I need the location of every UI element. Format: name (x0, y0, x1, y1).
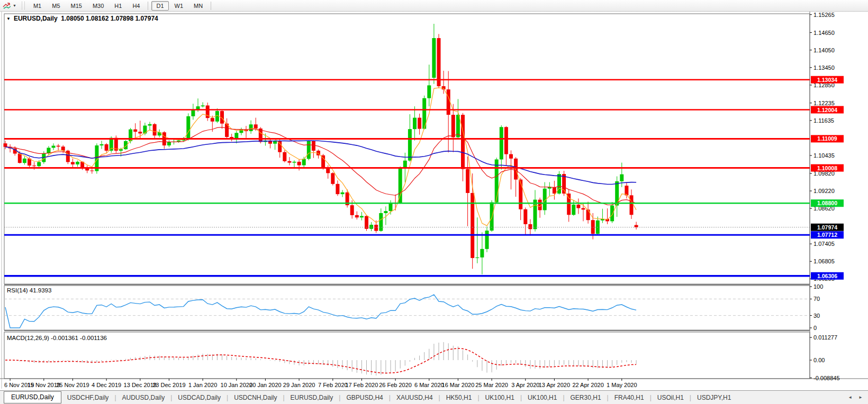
tab-scroll-arrows: ◄ ► (848, 395, 863, 400)
chart-tab-USDCHF-Daily[interactable]: USDCHF,Daily (61, 392, 115, 403)
timeframe-button-MN[interactable]: MN (189, 1, 207, 11)
candle-body (273, 141, 277, 144)
chart-tab-USDCAD-Daily[interactable]: USDCAD,Daily (172, 392, 227, 403)
chart-tab-FRA40-H1[interactable]: FRA40,H1 (609, 392, 650, 403)
time-axis[interactable]: 6 Nov 201915 Nov 201925 Nov 20194 Dec 20… (4, 379, 637, 388)
candle-body (100, 144, 104, 145)
candle-body (293, 162, 296, 163)
rsi-pane[interactable] (4, 286, 810, 330)
candle-body (427, 85, 431, 98)
candle-body (379, 213, 383, 231)
candle-body (287, 161, 291, 163)
price-chart-canvas[interactable]: 1.152651.146501.140501.134501.128501.122… (0, 12, 868, 390)
timeframe-button-H1[interactable]: H1 (110, 1, 126, 11)
timeframe-button-D1[interactable]: D1 (151, 1, 168, 11)
time-axis-label: 25 Nov 2019 (56, 382, 89, 388)
price-badge-label: 1.07974 (817, 224, 837, 231)
price-line-badge: 1.07974 (811, 224, 844, 231)
candle-body (234, 133, 238, 138)
chart-tab-HK50-H1[interactable]: HK50,H1 (440, 392, 478, 403)
candle-body (47, 148, 50, 153)
timeframe-button-W1[interactable]: W1 (170, 1, 188, 11)
chart-tab-USOil-H1[interactable]: USOil,H1 (652, 392, 690, 403)
chart-tab-USDJPY-H1[interactable]: USDJPY,H1 (691, 392, 737, 403)
candle-body (119, 149, 123, 151)
time-axis-label: 20 Jan 2020 (249, 382, 282, 388)
chart-title-symbol: EURUSD,Daily (14, 15, 58, 22)
chart-tab-GER30-H1[interactable]: GER30,H1 (565, 392, 607, 403)
chart-title-ohlc: 1.08050 1.08162 1.07898 1.07974 (61, 15, 158, 22)
tabs-scroll-left-icon[interactable]: ◄ (848, 395, 852, 400)
candle-body (635, 225, 638, 227)
candle-body (355, 215, 359, 217)
candle-body (534, 200, 537, 229)
chart-window[interactable]: 1.152651.146501.140501.134501.128501.122… (0, 12, 868, 390)
candle-body (466, 169, 469, 193)
tabs-scroll-right-icon[interactable]: ► (858, 395, 863, 400)
rsi-indicator-label: RSI(14) 41.9393 (7, 287, 51, 293)
price-badge-label: 1.07712 (817, 232, 837, 238)
candle-body (500, 127, 503, 159)
chart-tab-UK100-H1[interactable]: UK100,H1 (522, 392, 563, 403)
time-axis-label: 17 Feb 2020 (346, 382, 378, 388)
chart-tab-UK100-H1[interactable]: UK100,H1 (480, 392, 520, 403)
rsi-axis-label: 70 (813, 296, 820, 302)
chevron-down-icon[interactable]: ▼ (13, 4, 16, 7)
price-axis-label: 1.15265 (813, 12, 835, 18)
chart-title: ▼EURUSD,Daily 1.08050 1.08162 1.07898 1.… (6, 15, 158, 22)
candle-body (254, 124, 258, 128)
chart-tab-GBPUSD-H4[interactable]: GBPUSD,H4 (340, 392, 388, 403)
candle-body (133, 130, 137, 132)
candle-body (519, 180, 522, 209)
timeframe-button-H4[interactable]: H4 (128, 1, 144, 11)
candle-body (302, 159, 306, 165)
price-line-badge: 1.08800 (811, 199, 844, 207)
candle-body (148, 124, 152, 126)
timeframe-button-M30[interactable]: M30 (88, 1, 108, 11)
chart-tab-bar: EURUSD,DailyUSDCHF,Daily|AUDUSD,Daily|US… (0, 390, 868, 404)
timeframe-button-M5[interactable]: M5 (47, 1, 65, 11)
candle-body (408, 129, 412, 161)
toolbar-drag-handle[interactable] (22, 2, 25, 10)
time-axis-label: 13 Apr 2020 (539, 382, 570, 388)
chevron-down-icon[interactable]: ▼ (6, 16, 11, 21)
chart-tab-AUDUSD-Daily[interactable]: AUDUSD,Daily (116, 392, 171, 403)
chart-tab-EURUSD-Daily[interactable]: EURUSD,Daily (4, 391, 61, 403)
candle-body (523, 209, 527, 224)
candle-body (312, 141, 315, 151)
timeframe-button-M1[interactable]: M1 (29, 1, 46, 11)
chart-tab-USDCNH-Daily[interactable]: USDCNH,Daily (228, 392, 283, 403)
chart-tab-EURUSD-Daily[interactable]: EURUSD,Daily (285, 392, 339, 403)
candle-body (509, 154, 513, 159)
candle-body (52, 146, 56, 148)
chart-tab-XAUUSD-H4[interactable]: XAUUSD,H4 (391, 392, 439, 403)
candle-body (514, 159, 518, 180)
candle-body (360, 216, 364, 217)
candle-body (567, 194, 571, 215)
price-line-badge: 1.07712 (811, 231, 844, 238)
toolbar-separator (211, 2, 211, 10)
candle-body (610, 206, 614, 222)
candle-body (365, 216, 368, 228)
candle-body (138, 132, 142, 133)
candle-body (297, 162, 301, 166)
candle-body (153, 124, 157, 136)
price-line-badge: 1.06306 (811, 272, 844, 280)
candle-body (201, 105, 205, 106)
timeframe-buttons: M1M5M15M30H1H4D1W1MN (28, 1, 208, 11)
timeframe-button-M15[interactable]: M15 (66, 1, 87, 11)
time-axis-label: 26 Feb 2020 (379, 382, 412, 388)
price-line-badge: 1.13034 (811, 76, 844, 84)
candle-body (374, 225, 378, 231)
candle-body (110, 138, 113, 151)
candle-body (57, 146, 60, 147)
price-badge-label: 1.08800 (817, 200, 837, 206)
chart-arrows-icon[interactable] (2, 2, 12, 10)
candle-body (341, 192, 345, 194)
price-line-badge: 1.10008 (811, 164, 844, 172)
price-axis-label: 1.09220 (813, 188, 835, 194)
price-axis-label: 1.14650 (813, 30, 835, 36)
macd-pane[interactable] (4, 332, 810, 379)
time-axis-label: 15 Nov 2019 (28, 382, 60, 388)
time-axis-label: 4 Dec 2019 (92, 382, 121, 388)
